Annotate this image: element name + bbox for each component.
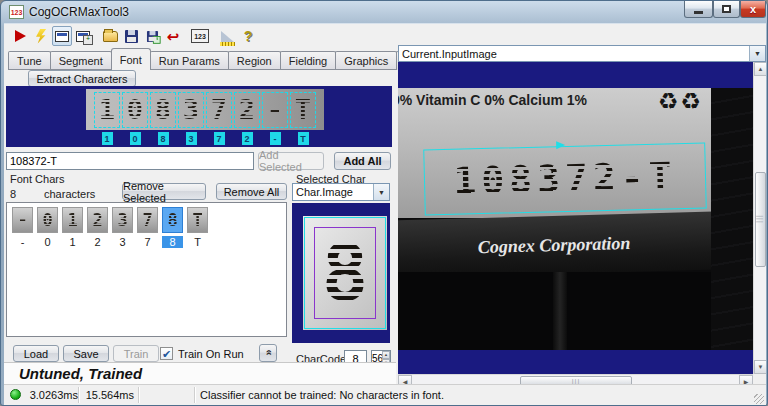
segment-box[interactable]: 0 xyxy=(122,92,148,128)
segment-box[interactable]: 2 xyxy=(234,92,260,128)
font-char-label: - xyxy=(12,236,33,248)
ocr-region-rect[interactable]: 108372-T xyxy=(423,143,707,216)
maximize-icon xyxy=(722,5,731,13)
save-button[interactable]: Save xyxy=(63,345,109,362)
run-time: 3.0263ms xyxy=(28,389,78,401)
run-icon xyxy=(15,30,26,42)
minimize-icon xyxy=(694,11,703,14)
vertical-scrollbar[interactable]: ▲ ||| ▼ xyxy=(753,62,766,374)
status-ok-icon xyxy=(10,389,21,400)
save-button-toolbar[interactable] xyxy=(121,26,141,46)
revert-button[interactable]: ↩ xyxy=(163,26,183,46)
segment-box[interactable]: 3 xyxy=(178,92,204,128)
tab-region[interactable]: Region xyxy=(228,51,281,70)
image-source-selector[interactable]: Current.InputImage ▼ xyxy=(398,45,766,62)
close-button[interactable]: x xyxy=(740,1,766,18)
ocr-region-text: 108372-T xyxy=(453,154,677,203)
segment-box[interactable]: 7 xyxy=(206,92,232,128)
measure-ruler-icon xyxy=(221,31,234,42)
font-char-cell[interactable]: 7 xyxy=(137,207,158,233)
segment-label: 1 xyxy=(102,132,113,145)
font-char-cell[interactable]: - xyxy=(12,207,33,233)
save-image-button[interactable]: a xyxy=(142,26,162,46)
tab-graphics[interactable]: Graphics xyxy=(335,51,397,70)
numeric-tool-icon: 123 xyxy=(191,29,209,43)
scroll-up-icon[interactable]: ▲ xyxy=(754,62,766,76)
spinner-up-icon[interactable]: ▲ xyxy=(382,351,390,359)
font-char-cell[interactable]: 0 xyxy=(37,207,58,233)
open-button[interactable] xyxy=(100,26,120,46)
segment-box[interactable]: T xyxy=(290,92,316,128)
scroll-down-icon[interactable]: ▼ xyxy=(754,360,766,374)
remove-selected-button[interactable]: Remove Selected xyxy=(122,183,206,200)
collapse-button[interactable]: » xyxy=(259,344,277,362)
tab-run-params[interactable]: Run Params xyxy=(150,51,229,70)
selected-char-image: 8 xyxy=(303,216,387,330)
segment-label: - xyxy=(270,132,281,145)
segment-box[interactable]: - xyxy=(262,92,288,128)
selected-char-display: 8 xyxy=(292,203,390,343)
minimize-button[interactable] xyxy=(684,1,713,18)
segment-label: 2 xyxy=(242,132,253,145)
status-message: Classifier cannot be trained: No charact… xyxy=(200,389,444,401)
font-char-list[interactable]: - 0 1 2 3 7 8 T - 0 1 2 3 7 8 T xyxy=(6,202,287,337)
segment-label: 8 xyxy=(158,132,169,145)
segment-label: 7 xyxy=(214,132,225,145)
font-char-label: 1 xyxy=(62,236,83,248)
load-button[interactable]: Load xyxy=(13,345,59,362)
font-chars-count-suffix: characters xyxy=(44,188,95,200)
add-all-button[interactable]: Add All xyxy=(334,152,391,170)
segment-box[interactable]: 8 xyxy=(150,92,176,128)
cognex-caption: Cognex Corporation xyxy=(477,232,630,257)
font-char-cell-selected[interactable]: 8 xyxy=(162,207,183,233)
font-char-thumbnails: - 0 1 2 3 7 8 T xyxy=(12,207,212,233)
current-record-button[interactable] xyxy=(52,26,72,46)
tab-font[interactable]: Font xyxy=(111,48,151,70)
font-char-label: 7 xyxy=(137,236,158,248)
run-button[interactable] xyxy=(10,26,30,46)
maximize-button[interactable] xyxy=(713,1,740,18)
image-viewport[interactable]: 0% Vitamin C 0% Calcium 1% ♻♻ 108372-T C… xyxy=(398,62,753,374)
extract-characters-button[interactable]: Extract Characters xyxy=(28,70,136,87)
revert-arrow-icon: ↩ xyxy=(167,29,180,44)
font-char-label: 3 xyxy=(112,236,133,248)
help-icon: ? xyxy=(244,28,253,44)
tool-state-band: Untuned, Trained xyxy=(4,362,396,385)
electric-run-button[interactable] xyxy=(31,26,51,46)
train-on-run-checkbox[interactable]: ✔ xyxy=(160,347,173,360)
remove-all-button[interactable]: Remove All xyxy=(216,183,287,200)
help-button[interactable]: ? xyxy=(238,26,258,46)
title-bar[interactable]: 123 CogOCRMaxTool3 x xyxy=(1,1,767,23)
add-selected-button[interactable]: Add Selected xyxy=(258,152,324,170)
font-char-label-selected: 8 xyxy=(162,236,183,248)
tab-fielding[interactable]: Fielding xyxy=(280,51,337,70)
train-button[interactable]: Train xyxy=(113,345,159,362)
char-view-selector[interactable]: Char.Image ▼ xyxy=(292,183,390,201)
segment-label-row: 1 0 8 3 7 2 - T xyxy=(86,132,324,145)
font-char-cell[interactable]: 1 xyxy=(62,207,83,233)
vertical-scroll-thumb[interactable]: ||| xyxy=(755,172,766,267)
numeric-tool-button[interactable]: 123 xyxy=(190,26,210,46)
input-image: 0% Vitamin C 0% Calcium 1% ♻♻ 108372-T C… xyxy=(398,88,753,350)
new-record-button[interactable]: + xyxy=(73,26,93,46)
segmented-image-display: 1 0 8 3 7 2 - T 1 0 8 3 7 2 - T xyxy=(6,86,392,147)
client-area: + a ↩ 123 ? Tune Segment Font Run Params… xyxy=(4,23,766,405)
resize-grip[interactable] xyxy=(754,394,764,404)
open-folder-icon xyxy=(103,31,118,42)
tab-tune[interactable]: Tune xyxy=(8,51,51,70)
font-char-cell[interactable]: T xyxy=(187,207,208,233)
close-icon: x xyxy=(750,3,756,15)
current-record-icon xyxy=(55,31,69,42)
product-label-region: 0% Vitamin C 0% Calcium 1% ♻♻ 108372-T C… xyxy=(398,88,711,218)
result-string-field[interactable] xyxy=(6,152,254,170)
tool-state-text: Untuned, Trained xyxy=(19,365,142,382)
segment-label: T xyxy=(298,132,309,145)
font-tab-page: Extract Characters 1 0 8 3 7 2 - T 1 0 8… xyxy=(4,70,396,362)
tab-segment[interactable]: Segment xyxy=(50,51,112,70)
region-direction-arrow-icon xyxy=(556,141,565,149)
segment-box[interactable]: 1 xyxy=(94,92,120,128)
app-icon: 123 xyxy=(9,5,24,19)
measure-button[interactable] xyxy=(217,26,237,46)
font-char-cell[interactable]: 2 xyxy=(87,207,108,233)
font-char-cell[interactable]: 3 xyxy=(112,207,133,233)
